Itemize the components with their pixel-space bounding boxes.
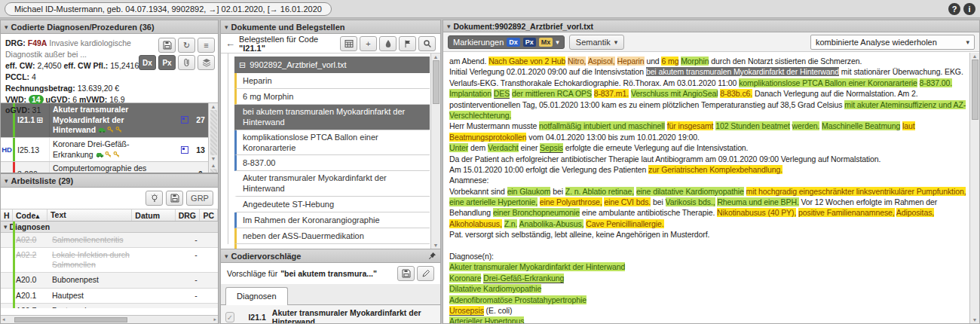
coded-diagnoses-header[interactable]: ▾ Codierte Diagnosen/Prozeduren (36) <box>1 20 218 34</box>
list-icon[interactable]: ≡ <box>198 38 215 53</box>
layers-icon[interactable] <box>198 55 215 70</box>
text-highlight[interactable]: Nitro, <box>568 57 586 66</box>
text-highlight[interactable]: Heparin <box>617 57 645 66</box>
belegstelle-item[interactable]: Akuter transmuraler Myokardinfarkt der H… <box>234 171 430 197</box>
text-highlight[interactable]: Beatmungsprotokollen <box>449 133 526 142</box>
text-highlight[interactable]: Akuter transmuraler Myokardinfarkt der H… <box>449 262 625 271</box>
save-icon[interactable] <box>158 38 176 53</box>
text-highlight[interactable]: zur Geriatrischen Komplexbehandlung. <box>648 165 782 174</box>
analyse-dropdown[interactable]: kombinierte Analyse wiederholen ▾ <box>810 35 975 50</box>
suggestion-row[interactable]: ✓ I21.1 Akuter transmuraler Myokardinfar… <box>221 305 440 324</box>
text-highlight[interactable]: Rheuma und eine BPH. <box>717 197 798 206</box>
text-highlight[interactable]: Aspisol, <box>588 57 615 66</box>
add-icon[interactable]: + <box>360 36 377 51</box>
reference-box-icon[interactable] <box>181 116 188 124</box>
refresh-icon[interactable]: ↻ <box>178 38 195 53</box>
text-highlight[interactable]: werden. <box>792 121 820 130</box>
procedures-scrollbar[interactable]: ▲▼ <box>208 162 218 174</box>
help-icon[interactable]: ? <box>948 3 960 15</box>
text-highlight[interactable]: DES <box>494 89 510 99</box>
markierungen-button[interactable]: Markierungen Dx Px Mx ▾ <box>448 35 565 49</box>
worklist-row[interactable]: A20.7Pestsepsis- <box>1 304 218 308</box>
expand-icon[interactable]: ⊞ <box>36 115 43 124</box>
belegstelle-item[interactable]: 6 mg Morphin <box>234 89 430 105</box>
text-highlight[interactable]: 8-83b.c6. <box>720 89 752 98</box>
text-highlight[interactable]: mit akuter Ateminsuffizienz und AZ- <box>844 100 966 109</box>
text-highlight[interactable]: komplikationslose PTCA Ballon einer Koro… <box>739 78 917 87</box>
tab-diagnosen[interactable]: Diagnosen <box>225 287 288 305</box>
text-highlight[interactable]: einer Bronchopneumonie <box>493 208 580 217</box>
document-scrollbar[interactable]: ▲ ▼ <box>969 53 979 323</box>
belegstelle-item[interactable]: komplikationslose PTCA Ballon einer Koro… <box>234 130 430 156</box>
worklist-col-h[interactable]: H <box>1 209 13 221</box>
text-highlight[interactable]: Anabolika-Abusus, <box>519 219 584 228</box>
text-highlight[interactable]: Verdacht <box>488 143 519 152</box>
documents-header[interactable]: ▾ Dokumente und Belegstellen <box>221 20 440 34</box>
text-highlight[interactable]: eine CVI bds. <box>604 197 651 206</box>
text-highlight[interactable]: Sepsis <box>540 143 563 153</box>
collapse-minus-icon[interactable]: ⊟ <box>239 60 246 70</box>
text-highlight[interactable]: 6 mg <box>661 57 678 66</box>
worklist-row[interactable]: A20.0Bubonenpest- <box>1 273 218 288</box>
belegstelle-item[interactable]: 8-837.00 <box>234 155 430 171</box>
flag-icon[interactable] <box>399 36 416 51</box>
text-highlight[interactable]: Varikosis bds., <box>666 197 715 206</box>
text-highlight[interactable]: Arterieller Hypertonus <box>449 316 524 323</box>
text-highlight[interactable]: positive Familienanamnese, <box>798 208 895 217</box>
search-icon[interactable] <box>418 36 436 51</box>
belegstelle-item[interactable]: bei akutem transmuralen Myokardinfarkt d… <box>234 105 430 130</box>
grid-icon[interactable] <box>340 36 357 51</box>
worklist-row[interactable]: A02.2Lokale Infektion durch Salmonellen- <box>1 248 218 273</box>
text-highlight[interactable]: Z. n. Ablatio retinae, <box>565 187 634 196</box>
worklist-row[interactable]: A20.1Hautpest- <box>1 289 218 304</box>
text-highlight[interactable]: für insgesamt <box>667 121 714 130</box>
text-highlight[interactable]: Alkoholabusus, <box>449 219 502 228</box>
text-highlight[interactable]: Drei-Gefäß-Erkrankung <box>483 274 564 283</box>
diagnoses-scrollbar[interactable]: ▲▼ <box>208 103 218 162</box>
worklist-row[interactable]: A02.0Salmonellenenteritis- <box>1 233 218 248</box>
text-highlight[interactable]: Verschluss mit AngioSeal <box>631 89 718 98</box>
codiervorschlaege-header[interactable]: ▾ Codiervorschläge <box>221 249 440 263</box>
coded-item-row[interactable]: HDI25.13Koronare Drei-Gefäß-Erkrankung 1… <box>1 138 208 162</box>
paperclip-icon[interactable] <box>178 55 195 70</box>
worklist-col-pc[interactable]: PC <box>200 209 218 221</box>
text-highlight[interactable]: eine dilatative Kardiomyopathie <box>636 187 744 196</box>
text-highlight[interactable]: Morphin <box>681 57 709 66</box>
text-highlight[interactable]: eine arterielle Hypertonie, <box>449 197 537 206</box>
pin-icon[interactable] <box>428 252 436 260</box>
px-filter-button[interactable]: Px <box>158 55 176 70</box>
text-highlight[interactable]: Cave Penicillinallergie. <box>586 219 663 228</box>
bulb-icon[interactable] <box>145 191 163 206</box>
reference-box-icon[interactable] <box>181 146 188 154</box>
grp-button[interactable]: GRP <box>186 191 213 206</box>
droplet-icon[interactable] <box>379 36 397 51</box>
text-highlight[interactable]: 102 Stunden beatmet <box>715 121 790 130</box>
text-highlight[interactable]: Unter <box>449 143 468 152</box>
document-file-node[interactable]: ⊟9902892_Arztbrief_vorl.txt <box>234 57 430 73</box>
belegstelle-item[interactable]: Clopidogrel parallel für 12 Monate gegeb… <box>234 244 430 249</box>
save-icon[interactable] <box>397 266 415 281</box>
text-highlight[interactable]: Maschinelle Beatmung <box>822 121 900 130</box>
worklist-col-datum[interactable]: Datum <box>132 209 175 221</box>
text-highlight[interactable]: Dilatative Kardiomyopathie <box>449 284 541 293</box>
text-highlight[interactable]: Implantation <box>449 89 492 98</box>
belegstelle-item[interactable]: Heparin <box>234 73 430 89</box>
belegstellen-scrollbar[interactable]: ▲ ▼ <box>430 53 440 249</box>
worklist-col-drg[interactable]: DRG <box>176 209 201 221</box>
text-highlight[interactable]: 8-837.m1. <box>594 89 629 98</box>
back-arrow-icon[interactable]: ← <box>225 38 235 49</box>
text-highlight[interactable]: Z.n. <box>504 219 518 228</box>
save-icon[interactable] <box>166 191 183 206</box>
text-highlight[interactable]: 8-837.00. <box>920 78 952 87</box>
belegstelle-item[interactable]: neben der ASS-Dauermedikation <box>234 228 430 244</box>
text-highlight[interactable]: Nikotinabusus (40 PY), <box>717 208 796 217</box>
worklist-column-headers[interactable]: HCode ▴TextDatumDRGPC <box>1 209 218 222</box>
text-highlight[interactable]: der mittleren RCA OPS <box>512 89 592 98</box>
text-highlight[interactable]: Adipositas, <box>896 208 934 217</box>
text-highlight[interactable]: ein Glaukom <box>507 187 551 196</box>
dx-filter-button[interactable]: Dx <box>139 55 156 70</box>
text-highlight[interactable]: mit hochgradig eingeschränkter linksvent… <box>746 187 966 196</box>
text-highlight[interactable]: Koronare <box>449 274 481 283</box>
worklist-hscrollbar[interactable]: ◂▸ <box>1 315 218 323</box>
worklist-group-row[interactable]: ▾ Diagnosen <box>1 222 218 233</box>
